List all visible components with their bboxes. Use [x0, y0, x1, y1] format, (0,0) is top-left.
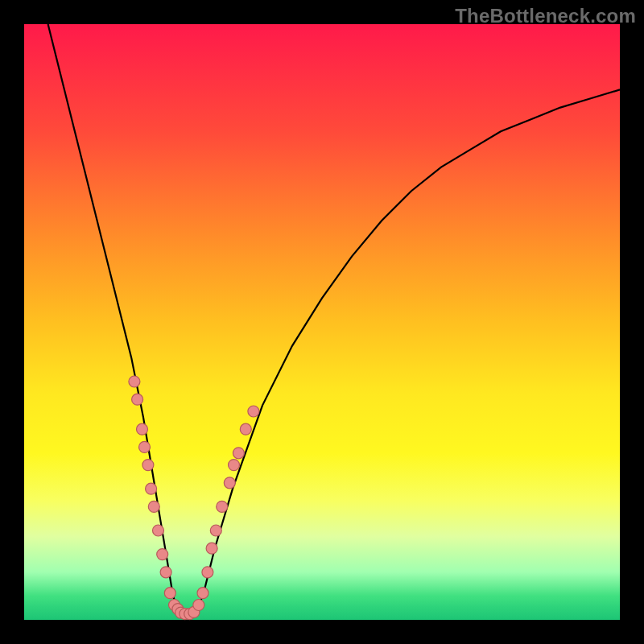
data-point [148, 501, 159, 512]
data-point [153, 525, 164, 536]
attribution-text: TheBottleneck.com [455, 5, 636, 27]
data-point [137, 423, 148, 435]
data-point [129, 376, 140, 387]
data-point [193, 600, 204, 611]
data-markers [129, 376, 259, 620]
data-point [142, 460, 154, 471]
plot-area [24, 24, 620, 620]
data-point [224, 477, 235, 489]
data-point [197, 588, 208, 599]
data-point [146, 483, 157, 494]
data-point [233, 448, 244, 459]
data-point [240, 423, 251, 435]
data-point [164, 588, 175, 599]
data-point [132, 394, 143, 405]
data-point [210, 525, 221, 536]
data-point [206, 543, 217, 554]
data-point [160, 567, 171, 578]
bottleneck-curve [48, 24, 620, 614]
data-point [217, 501, 228, 512]
data-point [202, 567, 213, 578]
data-point [248, 406, 259, 417]
data-point [229, 460, 240, 471]
chart-container: TheBottleneck.com [0, 0, 644, 644]
data-point [157, 549, 168, 560]
curve-svg [24, 24, 620, 620]
data-point [139, 441, 151, 452]
